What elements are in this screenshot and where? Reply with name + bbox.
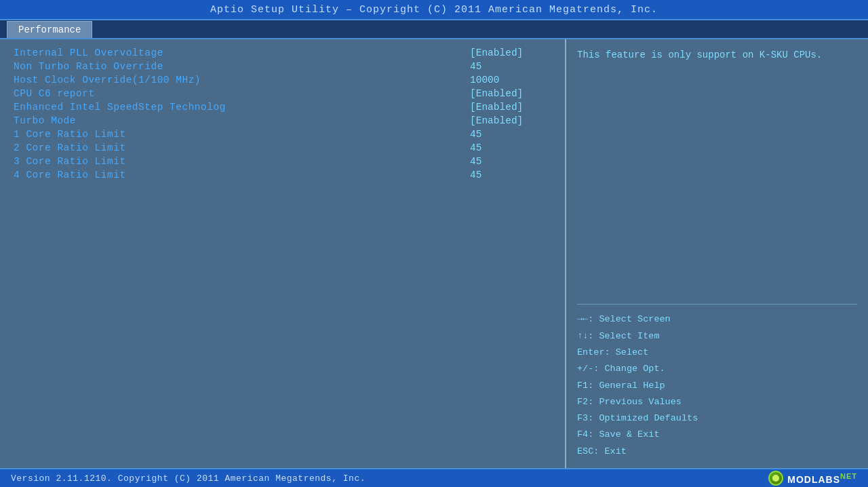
key-help-item: F3: Optimized Defaults [577, 410, 857, 427]
settings-row[interactable]: 3 Core Ratio Limit45 [14, 155, 551, 168]
settings-label: Turbo Mode [14, 115, 76, 126]
settings-label: 3 Core Ratio Limit [14, 156, 126, 167]
settings-label: Host Clock Override(1/100 MHz) [14, 75, 201, 85]
help-panel: This feature is only support on K-SKU CP… [566, 39, 868, 468]
settings-value: 45 [470, 170, 551, 180]
settings-row[interactable]: 4 Core Ratio Limit45 [14, 168, 551, 182]
settings-label: Internal PLL Overvoltage [14, 47, 163, 58]
settings-label: Enhanced Intel SpeedStep Technolog [14, 102, 226, 113]
settings-value: 45 [470, 61, 551, 72]
settings-label: 1 Core Ratio Limit [14, 129, 126, 140]
settings-value: [Enabled] [470, 115, 551, 126]
main-content: Internal PLL Overvoltage[Enabled]Non Tur… [0, 39, 868, 468]
settings-value: 45 [470, 129, 551, 140]
key-help-item: F4: Save & Exit [577, 427, 857, 443]
key-help-item: Enter: Select [577, 345, 857, 361]
settings-value: [Enabled] [470, 88, 551, 99]
settings-row[interactable]: Internal PLL Overvoltage[Enabled] [14, 46, 551, 60]
bios-header: Aptio Setup Utility – Copyright (C) 2011… [0, 0, 868, 20]
settings-value: [Enabled] [470, 102, 551, 113]
tab-row: Performance [0, 20, 868, 39]
key-help-item: ESC: Exit [577, 444, 857, 460]
settings-row[interactable]: CPU C6 report[Enabled] [14, 87, 551, 100]
settings-value: 10000 [470, 75, 551, 85]
key-help-item: ↑↓: Select Item [577, 328, 857, 345]
settings-row[interactable]: Non Turbo Ratio Override45 [14, 60, 551, 73]
settings-label: 4 Core Ratio Limit [14, 170, 126, 180]
settings-panel: Internal PLL Overvoltage[Enabled]Non Tur… [0, 39, 566, 468]
settings-value: 45 [470, 142, 551, 153]
footer-logo: MODLABSNET [768, 471, 857, 486]
header-title: Aptio Setup Utility – Copyright (C) 2011… [210, 4, 658, 16]
settings-row[interactable]: Host Clock Override(1/100 MHz)10000 [14, 73, 551, 87]
key-help-item: +/-: Change Opt. [577, 361, 857, 377]
tab-performance[interactable]: Performance [7, 21, 92, 38]
settings-label: Non Turbo Ratio Override [14, 61, 163, 72]
settings-label: CPU C6 report [14, 88, 95, 99]
settings-row[interactable]: 1 Core Ratio Limit45 [14, 128, 551, 141]
key-help: →←: Select Screen↑↓: Select ItemEnter: S… [577, 311, 857, 460]
key-help-item: F1: General Help [577, 378, 857, 394]
settings-label: 2 Core Ratio Limit [14, 142, 126, 153]
logo-icon [768, 471, 783, 486]
settings-row[interactable]: 2 Core Ratio Limit45 [14, 141, 551, 155]
logo-text: MODLABSNET [787, 472, 857, 485]
divider [577, 304, 857, 305]
help-description: This feature is only support on K-SKU CP… [577, 47, 857, 297]
key-help-item: F2: Previous Values [577, 394, 857, 410]
settings-value: 45 [470, 156, 551, 167]
settings-row[interactable]: Turbo Mode[Enabled] [14, 114, 551, 128]
settings-value: [Enabled] [470, 47, 551, 58]
settings-row[interactable]: Enhanced Intel SpeedStep Technolog[Enabl… [14, 100, 551, 114]
logo-inner-circle [772, 475, 779, 482]
key-help-item: →←: Select Screen [577, 311, 857, 328]
footer-text: Version 2.11.1210. Copyright (C) 2011 Am… [11, 473, 366, 484]
bios-footer: Version 2.11.1210. Copyright (C) 2011 Am… [0, 468, 868, 487]
